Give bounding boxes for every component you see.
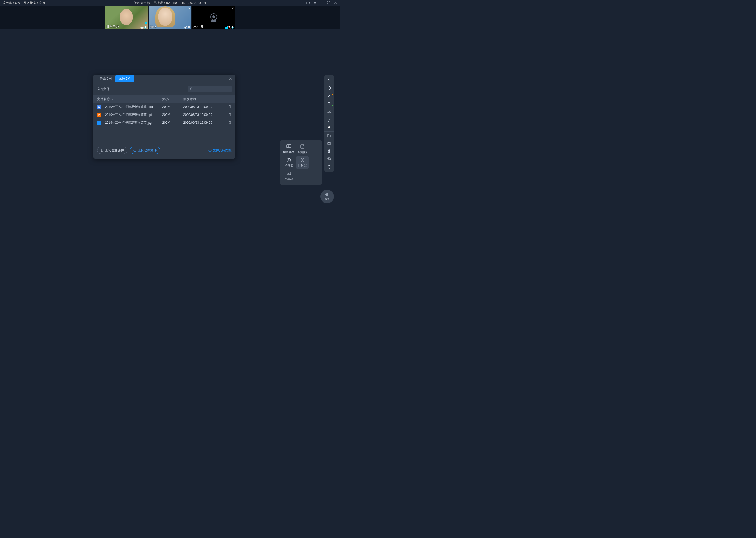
tab-local-files[interactable]: 本地文件 <box>116 75 134 82</box>
tool-users[interactable] <box>324 147 334 155</box>
svg-text:T: T <box>328 102 330 106</box>
video-tile-student-2[interactable]: ✕ 王小明 <box>192 6 235 29</box>
file-size: 200M <box>162 121 183 125</box>
file-name: 2019年工作汇报情况查询等等.ppt <box>105 113 152 117</box>
video-close-icon[interactable]: ✕ <box>188 7 190 10</box>
svg-point-22 <box>328 126 330 129</box>
signal-icon <box>144 22 147 24</box>
col-size-header[interactable]: 大小 <box>162 97 183 101</box>
camera-off-icon <box>208 12 220 24</box>
file-size: 200M <box>162 113 183 117</box>
table-header: 文件名称 大小 修改时间 <box>93 95 235 103</box>
tool-label: 屏幕共享 <box>283 150 295 154</box>
tool-laser-pointer[interactable] <box>324 76 334 84</box>
raise-hand-button[interactable]: 0/2 <box>320 190 334 203</box>
tool-label: 小黑板 <box>285 177 293 181</box>
search-icon <box>190 87 193 91</box>
file-name: 2019年工作汇报情况查询等等.doc <box>105 105 153 109</box>
upload-normal-button[interactable]: 上传普通课件 <box>97 146 127 154</box>
image-icon: ▲ <box>97 121 101 125</box>
sort-icon <box>111 98 114 100</box>
tool-color[interactable] <box>324 124 334 131</box>
delete-icon[interactable] <box>228 121 231 125</box>
file-time: 2020/06/23 12:09:09 <box>183 105 220 109</box>
search-input[interactable] <box>188 86 231 92</box>
signal-icon <box>225 26 228 29</box>
topbar: 丢包率：0% 网络状态：良好 神秘大自然 已上课：02:34:09 ID：202… <box>0 0 340 6</box>
col-time-header[interactable]: 修改时间 <box>183 97 220 101</box>
file-row[interactable]: ▲2019年工作汇报情况查询等等.jpg 200M 2020/06/23 12:… <box>93 119 235 127</box>
tool-answer[interactable]: ABC 答题器 <box>296 143 309 155</box>
minimize-icon[interactable] <box>320 1 324 5</box>
tool-chat[interactable] <box>324 155 334 163</box>
svg-rect-8 <box>188 26 190 28</box>
file-size: 200M <box>162 105 183 109</box>
tool-eraser[interactable] <box>324 116 334 124</box>
video-strip: 叮当老师 ✕ Nina ✕ 王小明 <box>0 6 340 29</box>
file-row[interactable]: W2019年工作汇报情况查询等等.doc 200M 2020/06/23 12:… <box>93 103 235 111</box>
tool-move[interactable] <box>324 84 334 92</box>
video-tile-teacher[interactable]: 叮当老师 <box>105 6 148 29</box>
delete-icon[interactable] <box>228 113 231 117</box>
svg-point-20 <box>328 112 329 113</box>
camera-icon <box>184 26 187 29</box>
svg-text:2+3: 2+3 <box>287 173 290 174</box>
class-id: ID：2020070324 <box>182 1 206 5</box>
record-icon[interactable] <box>306 1 310 5</box>
tool-folder[interactable] <box>324 131 334 139</box>
svg-point-4 <box>141 27 143 28</box>
col-name-label: 文件名称 <box>97 97 110 101</box>
svg-point-21 <box>330 112 331 113</box>
upload-dynamic-button[interactable]: 上传动效文件 <box>130 146 160 154</box>
camera-icon <box>140 26 144 29</box>
delete-icon[interactable] <box>228 105 231 109</box>
svg-rect-2 <box>320 4 323 4</box>
tool-label: 计时器 <box>298 164 307 168</box>
tool-scissors[interactable] <box>324 108 334 116</box>
tab-cloud-files[interactable]: 云盘文件 <box>97 75 116 82</box>
network-status: 网络状态：良好 <box>24 1 45 5</box>
tool-timer[interactable]: 计时器 <box>296 156 309 169</box>
svg-point-1 <box>314 2 315 3</box>
tools-popup: 屏幕共享 ABC 答题器 抢答器 计时器 2+3 小黑板 <box>280 140 322 185</box>
fullscreen-icon[interactable] <box>327 1 331 5</box>
tool-text[interactable]: T <box>324 100 334 108</box>
svg-text:B: B <box>303 145 304 146</box>
tool-bell[interactable] <box>324 163 334 171</box>
svg-rect-11 <box>211 21 216 22</box>
class-title: 神秘大自然 <box>134 1 150 5</box>
svg-point-10 <box>213 16 215 18</box>
file-list: W2019年工作汇报情况查询等等.doc 200M 2020/06/23 12:… <box>93 103 235 127</box>
tool-quick-answer[interactable]: 抢答器 <box>282 156 295 169</box>
doc-icon: W <box>97 105 101 109</box>
file-time: 2020/06/23 12:09:09 <box>183 113 220 117</box>
hand-icon <box>324 192 330 197</box>
class-time: 已上课：02:34:09 <box>154 1 178 5</box>
svg-point-14 <box>190 88 192 90</box>
tool-screen-share[interactable]: 屏幕共享 <box>282 143 295 155</box>
tool-toolbox[interactable] <box>324 139 334 147</box>
ppt-icon: P <box>97 113 101 117</box>
dialog-close-icon[interactable]: ✕ <box>229 77 232 81</box>
svg-text:C: C <box>302 146 303 148</box>
video-name: 叮当老师 <box>106 25 119 29</box>
file-support-label: 文件支持类型 <box>213 148 231 153</box>
col-name-header[interactable]: 文件名称 <box>97 97 162 101</box>
file-support-link[interactable]: i 文件支持类型 <box>209 148 231 153</box>
video-tile-student-1[interactable]: ✕ Nina <box>149 6 191 29</box>
mic-icon <box>144 26 147 29</box>
mic-icon <box>231 26 234 29</box>
svg-point-29 <box>330 158 330 159</box>
settings-icon[interactable] <box>313 1 317 5</box>
filter-label[interactable]: 全部文件 <box>97 87 110 91</box>
upload-normal-label: 上传普通课件 <box>105 148 124 153</box>
mic-muted-icon <box>228 26 231 29</box>
svg-rect-0 <box>306 2 309 4</box>
file-row[interactable]: P2019年工作汇报情况查询等等.ppt 200M 2020/06/23 12:… <box>93 111 235 119</box>
tool-pen[interactable] <box>324 92 334 100</box>
file-dialog: 云盘文件 本地文件 ✕ 全部文件 文件名称 大小 修改时间 W2019年工作汇报… <box>93 75 235 159</box>
svg-point-28 <box>329 158 329 159</box>
close-icon[interactable] <box>333 1 338 5</box>
tool-blackboard[interactable]: 2+3 小黑板 <box>282 170 295 182</box>
video-close-icon[interactable]: ✕ <box>231 7 234 10</box>
